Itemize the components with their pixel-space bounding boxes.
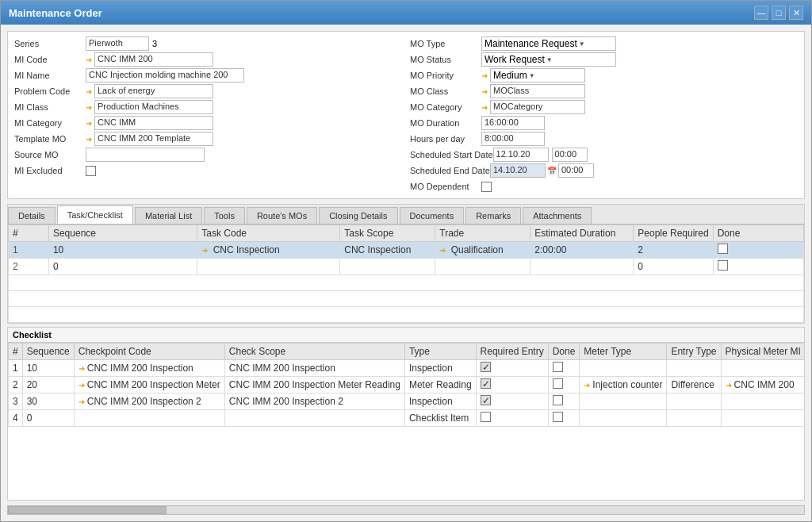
template-mo-value[interactable]: CNC IMM 200 Template: [94, 132, 213, 146]
mo-type-dropdown-icon: ▼: [579, 40, 585, 48]
mo-dependent-label: MO Dependent: [410, 182, 481, 191]
mo-category-row: MO Category ➜ MOCategory: [410, 100, 798, 114]
mi-name-row: MI Name CNC Injection molding machine 20…: [14, 68, 402, 83]
mo-type-select[interactable]: Maintenance Request ▼: [481, 36, 616, 51]
cl-required-checkbox[interactable]: ✓: [481, 378, 491, 389]
source-mo-value[interactable]: [86, 148, 205, 162]
task-table-section: # Sequence Task Code Task Scope Trade Es…: [8, 225, 804, 323]
mo-class-label: MO Class: [410, 86, 481, 96]
checklist-section: Checklist # Sequence Checkpoint Code Che…: [7, 327, 805, 501]
hours-per-day-row: Hours per day 8:00:00: [410, 132, 798, 146]
scheduled-end-date[interactable]: 14.10.20: [490, 163, 546, 178]
cl-checkpoint-code: [74, 410, 224, 427]
cl-physical-meter: [721, 410, 804, 427]
minimize-button[interactable]: —: [754, 6, 768, 20]
checklist-table: # Sequence Checkpoint Code Check Scope T…: [8, 343, 804, 427]
scrollbar-thumb[interactable]: [8, 506, 167, 514]
tab-task-checklist[interactable]: Task/Checklist: [57, 205, 133, 224]
calendar-icon[interactable]: 📅: [547, 167, 557, 175]
series-value[interactable]: Pierwoth: [86, 36, 149, 51]
cl-required-checkbox[interactable]: [481, 412, 491, 422]
mo-dependent-checkbox[interactable]: [481, 182, 492, 192]
mo-priority-label: MO Priority: [410, 71, 481, 80]
mi-category-arrow-icon: ➜: [86, 119, 92, 128]
task-done-checkbox[interactable]: [718, 244, 728, 254]
task-done-checkbox[interactable]: [718, 260, 728, 271]
cl-th-type: Type: [404, 344, 476, 360]
checklist-table-wrap: # Sequence Checkpoint Code Check Scope T…: [8, 343, 804, 500]
problem-code-row: Problem Code ➜ Lack of energy: [14, 84, 402, 98]
scheduled-end-time[interactable]: 00:00: [558, 163, 594, 178]
mo-class-value[interactable]: MOClass: [490, 84, 585, 98]
mo-status-select[interactable]: Work Request ▼: [481, 52, 616, 67]
mi-excluded-row: MI Excluded: [14, 163, 402, 178]
horizontal-scrollbar[interactable]: [7, 505, 805, 515]
mo-priority-select[interactable]: Medium ▼: [490, 68, 585, 83]
cl-done-checkbox[interactable]: [553, 395, 563, 405]
task-scope-cell: CNC Inspection: [340, 242, 435, 259]
cl-num: 4: [9, 410, 23, 427]
mo-category-value[interactable]: MOCategory: [490, 100, 585, 114]
cl-th-sequence: Sequence: [22, 344, 74, 360]
cl-meter-type: [580, 360, 667, 377]
cl-th-entry-type: Entry Type: [667, 344, 721, 360]
checklist-row[interactable]: 3 30 ➜CNC IMM 200 Inspection 2 CNC IMM 2…: [9, 393, 805, 410]
mi-code-value[interactable]: CNC IMM 200: [94, 52, 213, 67]
cl-num: 2: [9, 377, 23, 393]
hours-per-day-value[interactable]: 8:00:00: [481, 132, 545, 146]
cl-num: 1: [9, 360, 23, 377]
th-trade: Trade: [435, 225, 530, 242]
scheduled-start-date[interactable]: 12.10.20: [493, 148, 549, 162]
task-row[interactable]: 2 0 0: [9, 259, 804, 275]
cl-required-checkbox[interactable]: ✓: [481, 362, 491, 372]
tab-closing-details[interactable]: Closing Details: [319, 207, 397, 224]
checklist-row[interactable]: 2 20 ➜CNC IMM 200 Inspection Meter CNC I…: [9, 377, 805, 393]
scheduled-start-time[interactable]: 00:00: [552, 148, 588, 162]
main-window: Maintenance Order — □ ✕ Series Pierwoth …: [0, 0, 812, 522]
mi-name-value[interactable]: CNC Injection molding machine 200: [86, 68, 244, 83]
cl-done-checkbox[interactable]: [553, 362, 563, 372]
mo-duration-value[interactable]: 16:00:00: [481, 116, 545, 130]
problem-code-value[interactable]: Lack of energy: [94, 84, 213, 98]
tab-routes-mos[interactable]: Route's MOs: [247, 207, 317, 224]
mi-class-value[interactable]: Production Machines: [94, 100, 213, 114]
cl-sequence: 20: [22, 377, 74, 393]
tab-documents[interactable]: Documents: [400, 207, 465, 224]
tab-details[interactable]: Details: [8, 207, 56, 224]
cl-type: Inspection: [404, 393, 476, 410]
mo-type-label: MO Type: [410, 39, 481, 48]
mi-category-row: MI Category ➜ CNC IMM: [14, 116, 402, 130]
mi-excluded-checkbox[interactable]: [86, 166, 96, 176]
cl-done-checkbox[interactable]: [553, 378, 563, 389]
cl-done-checkbox[interactable]: [553, 412, 563, 422]
task-num: 1: [9, 242, 49, 259]
cl-required-checkbox[interactable]: ✓: [481, 395, 491, 405]
mo-status-row: MO Status Work Request ▼: [410, 52, 798, 67]
cl-physical-meter: [721, 360, 804, 377]
tab-tools[interactable]: Tools: [204, 207, 245, 224]
mi-category-value[interactable]: CNC IMM: [94, 116, 213, 130]
task-row[interactable]: 1 10 ➜ CNC Inspection CNC Inspection ➜: [9, 242, 804, 259]
maximize-button[interactable]: □: [772, 6, 786, 20]
template-mo-row: Template MO ➜ CNC IMM 200 Template: [14, 132, 402, 146]
close-button[interactable]: ✕: [789, 6, 803, 20]
cl-physical-meter: [721, 393, 804, 410]
cl-th-physical-meter: Physical Meter MI Code: [721, 344, 804, 360]
task-done-cell: [713, 259, 803, 275]
th-task-scope: Task Scope: [340, 225, 435, 242]
checklist-row[interactable]: 4 0 Checklist Item: [9, 410, 805, 427]
checklist-header: Checklist: [8, 328, 804, 343]
tab-remarks[interactable]: Remarks: [465, 207, 521, 224]
checklist-row[interactable]: 1 10 ➜CNC IMM 200 Inspection CNC IMM 200…: [9, 360, 805, 377]
cl-required-entry: ✓: [476, 360, 548, 377]
mi-excluded-label: MI Excluded: [14, 166, 86, 175]
task-people-cell: 0: [634, 259, 713, 275]
tab-content: # Sequence Task Code Task Scope Trade Es…: [8, 225, 804, 323]
mi-name-label: MI Name: [14, 71, 86, 80]
window-controls: — □ ✕: [754, 6, 803, 20]
cl-done: [548, 377, 580, 393]
cl-checkpoint-code: ➜CNC IMM 200 Inspection 2: [74, 393, 224, 410]
tab-material-list[interactable]: Material List: [135, 207, 202, 224]
cl-type: Meter Reading: [404, 377, 476, 393]
tab-attachments[interactable]: Attachments: [523, 207, 592, 224]
